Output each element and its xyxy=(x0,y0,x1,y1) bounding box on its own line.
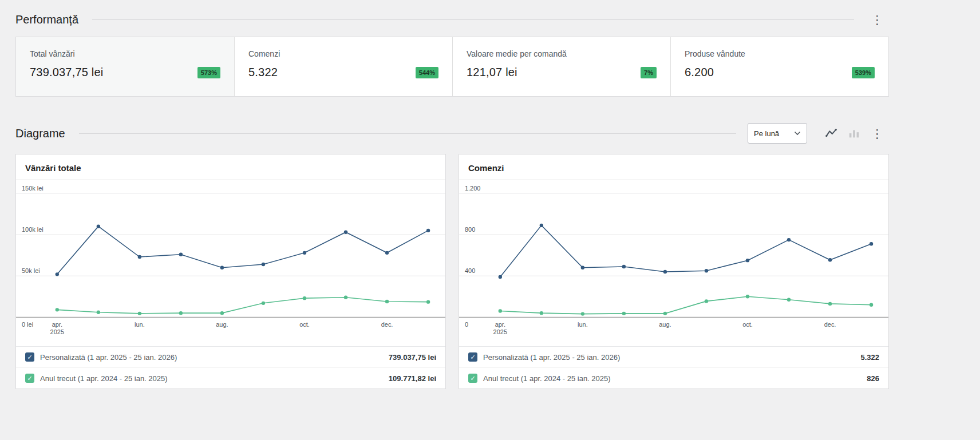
kebab-icon: ⋮ xyxy=(871,127,883,140)
chart-title: Comenzi xyxy=(468,163,879,173)
chevron-down-icon xyxy=(794,131,801,136)
svg-text:dec.: dec. xyxy=(381,321,393,328)
stat-label: Valoare medie per comandă xyxy=(467,49,657,58)
line-chart-icon xyxy=(825,127,837,140)
legend-label: Anul trecut (1 apr. 2024 - 25 ian. 2025) xyxy=(40,374,389,383)
svg-text:2025: 2025 xyxy=(493,328,507,335)
svg-text:2025: 2025 xyxy=(50,328,64,335)
performance-summary-tiles: Total vânzări 739.037,75 lei 573% Comenz… xyxy=(15,37,889,97)
kebab-icon: ⋮ xyxy=(871,13,883,26)
stat-delta-badge: 573% xyxy=(197,67,220,78)
legend-value: 109.771,82 lei xyxy=(389,374,436,383)
legend-label: Anul trecut (1 apr. 2024 - 25 ian. 2025) xyxy=(483,374,867,383)
legend-value: 739.037,75 lei xyxy=(389,353,436,362)
stat-delta-badge: 7% xyxy=(641,67,657,78)
performance-divider xyxy=(92,19,854,20)
stat-value: 6.200 xyxy=(685,66,714,79)
charts-divider xyxy=(79,133,736,134)
svg-text:apr.: apr. xyxy=(52,321,62,328)
svg-text:aug.: aug. xyxy=(216,321,228,328)
svg-text:50k lei: 50k lei xyxy=(22,267,40,274)
legend-label: Personalizată (1 apr. 2025 - 25 ian. 202… xyxy=(40,353,389,362)
chart-legend: ✓ Personalizată (1 apr. 2025 - 25 ian. 2… xyxy=(459,346,888,389)
checkbox-checked-icon[interactable]: ✓ xyxy=(468,374,477,383)
orders-line-chart[interactable]: 1.2008004000apr.2025iun.aug.oct.dec. xyxy=(459,180,888,346)
stat-value: 5.322 xyxy=(248,66,278,79)
performance-title: Performanță xyxy=(15,13,78,26)
legend-label: Personalizată (1 apr. 2025 - 25 ian. 202… xyxy=(483,353,860,362)
svg-text:800: 800 xyxy=(465,226,475,233)
checkbox-checked-icon[interactable]: ✓ xyxy=(25,352,34,362)
charts-row: Vânzări totale 150k lei100k lei50k lei0 … xyxy=(15,154,889,389)
svg-text:iun.: iun. xyxy=(135,321,145,328)
chart-type-line-button[interactable] xyxy=(821,124,841,143)
stat-label: Comenzi xyxy=(248,49,438,58)
svg-text:oct.: oct. xyxy=(742,321,753,328)
legend-item-custom-period[interactable]: ✓ Personalizată (1 apr. 2025 - 25 ian. 2… xyxy=(459,347,888,367)
stat-tile-products-sold[interactable]: Produse vândute 6.200 539% xyxy=(670,37,888,96)
total-sales-line-chart[interactable]: 150k lei100k lei50k lei0 leiapr.2025iun.… xyxy=(16,180,445,346)
performance-header: Performanță ⋮ xyxy=(15,7,889,32)
svg-text:1.200: 1.200 xyxy=(465,185,480,192)
svg-text:0 lei: 0 lei xyxy=(22,321,33,328)
interval-select-value: Pe lună xyxy=(754,129,779,138)
dashboard-content: Performanță ⋮ Total vânzări 739.037,75 l… xyxy=(15,0,889,389)
chart-type-bar-button[interactable] xyxy=(844,124,864,143)
stat-value: 739.037,75 lei xyxy=(30,66,103,79)
legend-item-previous-year[interactable]: ✓ Anul trecut (1 apr. 2024 - 25 ian. 202… xyxy=(459,367,888,389)
stat-tile-orders[interactable]: Comenzi 5.322 544% xyxy=(234,37,452,96)
interval-select[interactable]: Pe lună xyxy=(748,123,807,144)
stat-label: Total vânzări xyxy=(30,49,220,58)
stat-value: 121,07 lei xyxy=(467,66,517,79)
chart-legend: ✓ Personalizată (1 apr. 2025 - 25 ian. 2… xyxy=(16,346,445,389)
svg-text:100k lei: 100k lei xyxy=(22,226,44,233)
svg-text:iun.: iun. xyxy=(578,321,588,328)
svg-text:apr.: apr. xyxy=(495,321,505,328)
svg-text:dec.: dec. xyxy=(824,321,836,328)
svg-text:oct.: oct. xyxy=(299,321,310,328)
chart-card-total-sales: Vânzări totale 150k lei100k lei50k lei0 … xyxy=(15,154,446,389)
charts-title: Diagrame xyxy=(15,127,65,140)
legend-item-previous-year[interactable]: ✓ Anul trecut (1 apr. 2024 - 25 ian. 202… xyxy=(16,367,445,389)
charts-header: Diagrame Pe lună ⋮ xyxy=(15,121,889,146)
stat-delta-badge: 544% xyxy=(416,67,438,78)
checkbox-checked-icon[interactable]: ✓ xyxy=(25,374,34,383)
stat-tile-average-order-value[interactable]: Valoare medie per comandă 121,07 lei 7% xyxy=(452,37,670,96)
svg-text:0: 0 xyxy=(465,321,468,328)
charts-menu-button[interactable]: ⋮ xyxy=(866,124,889,143)
bar-chart-icon xyxy=(848,127,860,140)
svg-text:150k lei: 150k lei xyxy=(22,185,44,192)
chart-title: Vânzări totale xyxy=(25,163,436,173)
stat-tile-total-sales[interactable]: Total vânzări 739.037,75 lei 573% xyxy=(16,37,234,96)
chart-card-orders: Comenzi 1.2008004000apr.2025iun.aug.oct.… xyxy=(459,154,889,389)
svg-text:aug.: aug. xyxy=(659,321,671,328)
legend-item-custom-period[interactable]: ✓ Personalizată (1 apr. 2025 - 25 ian. 2… xyxy=(16,347,445,367)
stat-delta-badge: 539% xyxy=(852,67,875,78)
performance-menu-button[interactable]: ⋮ xyxy=(866,10,889,29)
legend-value: 5.322 xyxy=(860,353,879,362)
stat-label: Produse vândute xyxy=(685,49,875,58)
legend-value: 826 xyxy=(867,374,879,383)
checkbox-checked-icon[interactable]: ✓ xyxy=(468,352,477,362)
svg-text:400: 400 xyxy=(465,267,475,274)
